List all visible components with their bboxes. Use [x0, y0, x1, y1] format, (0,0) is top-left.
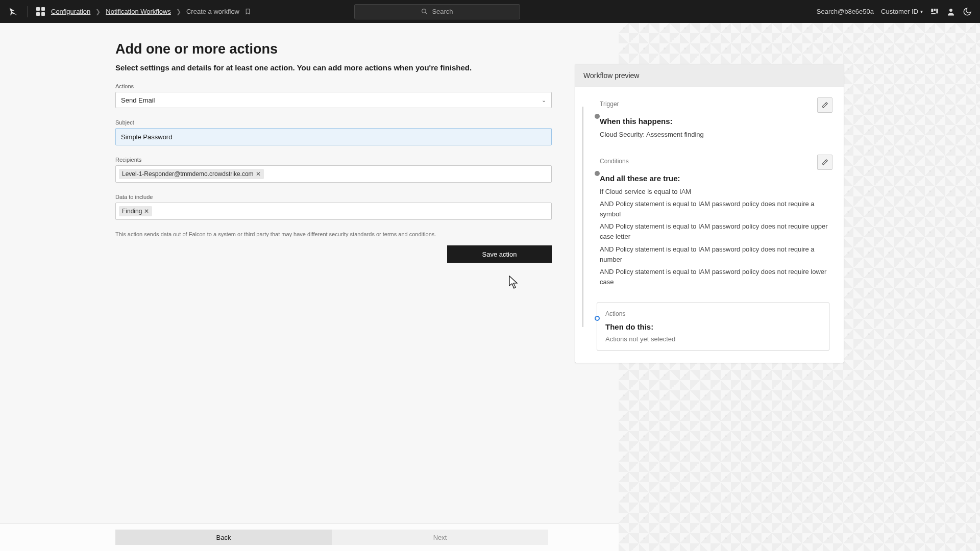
- recipient-tag: Level-1-Responder@tmmdemo.crowdstrike.co…: [119, 169, 264, 179]
- customer-id-dropdown[interactable]: Customer ID ▾: [881, 8, 923, 15]
- conditions-title: And all these are true:: [600, 174, 829, 183]
- breadcrumb-notification-workflows[interactable]: Notification Workflows: [106, 8, 171, 15]
- breadcrumb-current: Create a workflow: [186, 8, 239, 15]
- actions-placeholder-text: Actions not yet selected: [605, 335, 821, 343]
- actions-section-label: Actions: [605, 310, 821, 317]
- search-placeholder: Search: [432, 8, 453, 15]
- page-subtitle: Select settings and details for at least…: [115, 63, 552, 72]
- page-title: Add one or more actions: [115, 41, 552, 57]
- svg-rect-5: [931, 13, 936, 14]
- data-tag: Finding ✕: [119, 206, 152, 216]
- svg-rect-4: [936, 9, 938, 13]
- data-include-input[interactable]: Finding ✕: [115, 203, 552, 220]
- actions-label: Actions: [115, 83, 552, 89]
- remove-tag-icon[interactable]: ✕: [144, 208, 149, 215]
- recipients-label: Recipients: [115, 157, 552, 163]
- actions-select-value: Send Email: [121, 96, 155, 104]
- bookmark-icon[interactable]: [244, 8, 251, 15]
- breadcrumb-configuration[interactable]: Configuration: [51, 8, 90, 15]
- recipients-input[interactable]: Level-1-Responder@tmmdemo.crowdstrike.co…: [115, 165, 552, 183]
- actions-title: Then do this:: [605, 322, 821, 331]
- back-button[interactable]: Back: [115, 530, 332, 545]
- top-bar: Configuration ❯ Notification Workflows ❯…: [0, 0, 980, 23]
- svg-point-0: [422, 9, 426, 13]
- edit-trigger-button[interactable]: [817, 97, 832, 113]
- condition-line: If Cloud service is equal to IAM: [600, 187, 829, 197]
- actions-select[interactable]: Send Email ⌄: [115, 92, 552, 108]
- condition-line: AND Policy statement is equal to IAM pas…: [600, 267, 829, 287]
- divider: [28, 6, 28, 17]
- svg-point-6: [949, 9, 952, 12]
- trigger-section-label: Trigger: [600, 101, 619, 108]
- chevron-right-icon: ❯: [176, 8, 181, 15]
- svg-line-1: [426, 12, 427, 14]
- wizard-footer: Back Next: [0, 523, 619, 551]
- preview-pane: Workflow preview Trigger When this happe…: [619, 23, 980, 551]
- main-form-pane: Add one or more actions Select settings …: [0, 23, 619, 551]
- dashboard-icon[interactable]: [930, 8, 939, 16]
- preview-panel-title: Workflow preview: [575, 64, 844, 87]
- svg-rect-3: [934, 9, 936, 11]
- edit-conditions-button[interactable]: [817, 155, 832, 170]
- data-include-label: Data to include: [115, 194, 552, 200]
- condition-line: AND Policy statement is equal to IAM pas…: [600, 244, 829, 265]
- next-button[interactable]: Next: [332, 530, 548, 545]
- condition-line: AND Policy statement is equal to IAM pas…: [600, 199, 829, 219]
- timeline-line: [582, 107, 583, 327]
- timeline-dot: [595, 171, 600, 176]
- svg-rect-2: [931, 9, 933, 12]
- moon-icon[interactable]: [963, 7, 972, 16]
- remove-tag-icon[interactable]: ✕: [256, 170, 261, 178]
- global-search[interactable]: Search: [354, 4, 520, 19]
- disclaimer-text: This action sends data out of Falcon to …: [115, 231, 552, 237]
- search-context-tag: Search@b8e6e50a: [817, 8, 874, 15]
- subject-input[interactable]: [115, 128, 552, 145]
- condition-line: AND Policy statement is equal to IAM pas…: [600, 221, 829, 242]
- timeline-dot: [595, 114, 600, 119]
- chevron-right-icon: ❯: [95, 8, 101, 15]
- chevron-down-icon: ⌄: [542, 97, 546, 104]
- workflow-preview-panel: Workflow preview Trigger When this happe…: [575, 64, 844, 363]
- falcon-logo-icon[interactable]: [8, 7, 19, 17]
- actions-preview-box: Actions Then do this: Actions not yet se…: [597, 303, 829, 350]
- breadcrumb: Configuration ❯ Notification Workflows ❯…: [51, 8, 251, 15]
- conditions-section-label: Conditions: [600, 158, 629, 165]
- chevron-down-icon: ▾: [920, 9, 923, 14]
- subject-label: Subject: [115, 119, 552, 126]
- trigger-title: When this happens:: [600, 117, 829, 126]
- save-action-button[interactable]: Save action: [447, 245, 552, 263]
- apps-menu-icon[interactable]: [36, 7, 45, 16]
- user-icon[interactable]: [946, 7, 955, 16]
- trigger-text: Cloud Security: Assessment finding: [600, 130, 829, 140]
